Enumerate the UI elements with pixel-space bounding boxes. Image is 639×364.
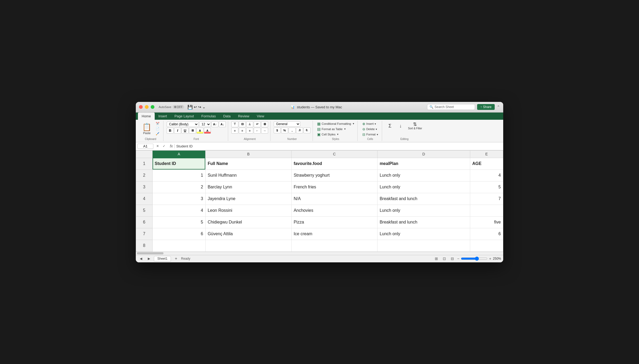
delete-button[interactable]: ⊖ Delete ▾ — [361, 127, 380, 132]
cell[interactable] — [205, 240, 291, 251]
cell[interactable]: Pizza — [291, 216, 377, 228]
cell[interactable]: Lunch only — [377, 181, 470, 193]
minimize-button[interactable] — [145, 105, 149, 109]
cell[interactable]: 4 — [470, 169, 503, 181]
cell[interactable]: Jayendra Lyne — [205, 193, 291, 205]
align-center-button[interactable]: ≡ — [239, 128, 246, 134]
cell[interactable] — [470, 240, 503, 251]
bold-button[interactable]: B — [167, 128, 174, 134]
cell[interactable]: 6 — [153, 228, 206, 240]
cell[interactable] — [291, 240, 377, 251]
col-header-b[interactable]: B — [205, 150, 291, 158]
decrease-font-button[interactable]: A↓ — [219, 121, 226, 127]
sheet1-tab[interactable]: Sheet1 — [154, 256, 171, 261]
copy-button[interactable]: 📄 — [154, 126, 161, 131]
spreadsheet-container[interactable]: A B C D E 1Student IDFull Namefavourite.… — [136, 150, 503, 252]
font-color-button[interactable]: A — [204, 128, 211, 134]
cell[interactable]: Lunch only — [377, 169, 470, 181]
tab-insert[interactable]: Insert — [155, 113, 171, 120]
format-painter-button[interactable]: 🖌️ — [154, 131, 161, 136]
fill-color-button[interactable]: A — [196, 128, 203, 134]
row-header[interactable]: 3 — [136, 181, 153, 193]
cell[interactable]: Lunch only — [377, 228, 470, 240]
autosave-toggle[interactable]: OFF — [173, 105, 184, 109]
border-button[interactable]: ⊞ — [189, 128, 196, 134]
cell[interactable]: Güvenç Attila — [205, 228, 291, 240]
cell[interactable]: 5 — [470, 181, 503, 193]
font-size-select[interactable]: 12 — [199, 122, 211, 127]
col-header-a[interactable]: A — [153, 150, 206, 158]
confirm-formula-button[interactable]: ✓ — [161, 143, 167, 149]
tab-formulas[interactable]: Formulas — [198, 113, 219, 120]
format-as-table-button[interactable]: ▤ Format as Table ▾ — [316, 127, 355, 131]
add-sheet-button[interactable]: + — [173, 256, 179, 262]
format-button[interactable]: ⊟ Format ▾ — [361, 132, 380, 137]
cell-styles-button[interactable]: ▣ Cell Styles ▾ — [316, 132, 355, 137]
cell[interactable]: 4 — [153, 205, 206, 216]
align-left-button[interactable]: ≡ — [231, 128, 238, 134]
row-header[interactable]: 5 — [136, 205, 153, 216]
underline-button[interactable]: U — [182, 128, 189, 134]
col-header-e[interactable]: E — [470, 150, 503, 158]
cell[interactable]: favourite.food — [291, 158, 377, 169]
col-header-c[interactable]: C — [291, 150, 377, 158]
cell[interactable]: Full Name — [205, 158, 291, 169]
italic-button[interactable]: I — [174, 128, 181, 134]
row-header[interactable]: 2 — [136, 169, 153, 181]
horizontal-scrollbar[interactable] — [136, 252, 503, 255]
cell[interactable]: N/A — [291, 193, 377, 205]
align-bottom-button[interactable]: ⊥ — [246, 121, 253, 127]
undo-icon[interactable]: ↩ — [194, 105, 197, 109]
tab-data[interactable]: Data — [219, 113, 234, 120]
percent-button[interactable]: % — [281, 127, 288, 133]
sum-button[interactable]: Σ — [385, 121, 395, 130]
page-layout-view-button[interactable]: ⊡ — [441, 255, 448, 262]
row-header[interactable]: 7 — [136, 228, 153, 240]
cell[interactable]: mealPlan — [377, 158, 470, 169]
next-sheet-button[interactable]: ▶ — [146, 256, 152, 262]
number-format-select[interactable]: General — [274, 121, 300, 127]
function-icon[interactable]: fx — [168, 144, 175, 148]
cell[interactable]: 2 — [153, 181, 206, 193]
comma-button[interactable]: , — [289, 127, 296, 133]
cell[interactable]: Barclay Lynn — [205, 181, 291, 193]
cell[interactable]: 6 — [470, 228, 503, 240]
prev-sheet-button[interactable]: ◀ — [138, 256, 144, 262]
save-icon[interactable]: 💾 — [187, 105, 193, 110]
merge-button[interactable]: ⊞ — [261, 121, 268, 127]
zoom-minus-icon[interactable]: − — [457, 257, 459, 261]
tab-home[interactable]: Home — [138, 113, 155, 120]
col-header-d[interactable]: D — [377, 150, 470, 158]
zoom-plus-icon[interactable]: + — [489, 257, 491, 261]
maximize-button[interactable] — [151, 105, 154, 109]
sort-filter-button[interactable]: ⇅ Sort & Filter — [407, 121, 424, 130]
cell-reference-input[interactable] — [137, 144, 153, 149]
paste-button[interactable]: 📋 Paste — [140, 122, 154, 136]
cell[interactable]: 5 — [153, 216, 206, 228]
cell[interactable]: five — [470, 216, 503, 228]
cell[interactable]: 3 — [153, 193, 206, 205]
align-top-button[interactable]: ⊤ — [231, 121, 238, 127]
close-button[interactable] — [139, 105, 143, 109]
tab-page-layout[interactable]: Page Layout — [171, 113, 198, 120]
tab-view[interactable]: View — [253, 113, 268, 120]
cell[interactable]: Chidiegwu Dunkel — [205, 216, 291, 228]
cell[interactable]: Strawberry yoghurt — [291, 169, 377, 181]
normal-view-button[interactable]: ⊞ — [433, 255, 440, 262]
redo-icon[interactable]: ↪ — [198, 105, 201, 109]
cell[interactable] — [377, 240, 470, 251]
share-button[interactable]: ↑ Share — [477, 104, 495, 110]
row-header[interactable]: 4 — [136, 193, 153, 205]
cell[interactable]: Breakfast and lunch — [377, 193, 470, 205]
increase-indent-button[interactable]: → — [261, 128, 268, 134]
align-right-button[interactable]: ≡ — [246, 128, 253, 134]
page-break-view-button[interactable]: ⊟ — [449, 255, 456, 262]
font-family-select[interactable]: Calibri (Body) — [167, 122, 199, 127]
conditional-formatting-button[interactable]: ▦ Conditional Formatting ▾ — [316, 121, 355, 126]
row-header[interactable]: 8 — [136, 240, 153, 251]
decrease-decimal-button[interactable]: .0 — [296, 127, 303, 133]
wrap-text-button[interactable]: ↵ — [254, 121, 261, 127]
fill-button[interactable]: ↓ — [396, 121, 405, 130]
tab-review[interactable]: Review — [234, 113, 253, 120]
cell[interactable]: 1 — [153, 169, 206, 181]
